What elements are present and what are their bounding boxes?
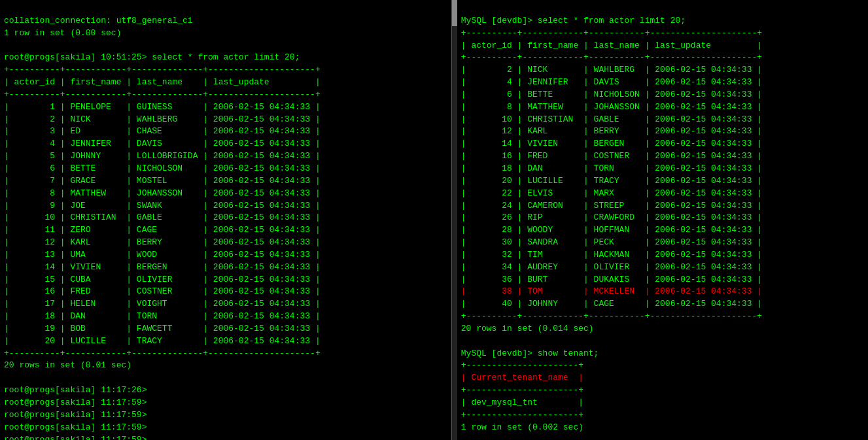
left-terminal-content: collation_connection: utf8_general_ci 1 … [4, 16, 321, 440]
scrollbar-divider [452, 0, 457, 440]
right-terminal-content: MySQL [devdb]> select * from actor limit… [461, 16, 762, 432]
right-terminal: MySQL [devdb]> select * from actor limit… [457, 0, 868, 440]
scrollbar-thumb[interactable] [452, 0, 457, 26]
left-terminal: collation_connection: utf8_general_ci 1 … [0, 0, 452, 440]
